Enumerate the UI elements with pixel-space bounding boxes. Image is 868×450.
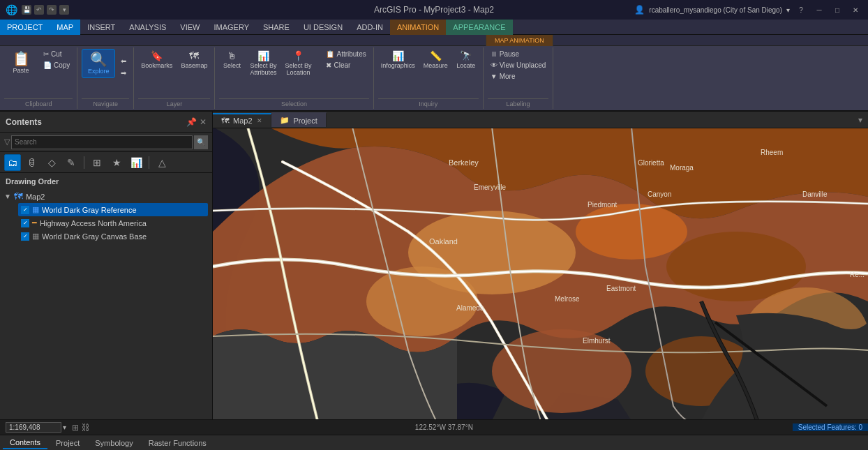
bottom-tab-raster-functions[interactable]: Raster Functions <box>142 437 214 449</box>
user-dropdown[interactable]: ▾ <box>786 6 790 14</box>
select-icon: 🖱 <box>227 51 237 61</box>
qa-dropdown[interactable]: ▾ <box>59 5 69 15</box>
scale-input[interactable] <box>6 422 61 433</box>
map2-group-name: Map2 <box>26 193 45 201</box>
filter-grid-button[interactable]: ⊞ <box>89 154 105 171</box>
layer-checkbox-1[interactable]: ✓ <box>21 206 29 214</box>
menu-imagery[interactable]: IMAGERY <box>207 20 256 35</box>
grid-icon[interactable]: ⊞ <box>72 423 79 433</box>
sidebar-header: Contents 📌 ✕ <box>0 112 212 133</box>
pause-button[interactable]: ⏸ Pause <box>488 49 549 59</box>
bookmarks-icon: 🔖 <box>151 51 163 61</box>
map2-group-header[interactable]: ▼ 🗺 Map2 <box>4 190 208 203</box>
filter-edit-button[interactable]: ✎ <box>63 154 80 171</box>
svg-text:Elmhurst: Elmhurst <box>583 337 611 345</box>
maximize-button[interactable]: □ <box>830 5 844 15</box>
locate-icon: 🔭 <box>460 51 472 61</box>
attributes-button[interactable]: 📋 Attributes <box>323 49 368 59</box>
link-icon[interactable]: ⛓ <box>82 423 90 433</box>
selection-content: 🖱 Select 📊 Select By Attributes 📍 Select… <box>219 49 368 97</box>
infographics-button[interactable]: 📊 Infographics <box>378 49 418 71</box>
title-bar-left: 🌐 💾 ↶ ↷ ▾ <box>6 4 69 15</box>
view-unplaced-button[interactable]: 👁 View Unplaced <box>488 60 549 70</box>
qa-save[interactable]: 💾 <box>22 5 31 15</box>
search-input[interactable] <box>11 135 193 149</box>
title-bar-right: 👤 rcaballero_mysandiego (City of San Die… <box>634 5 862 15</box>
map-canvas[interactable]: Berkeley Glorietta Rheem Moraga Emeryvil… <box>213 128 868 419</box>
clear-icon: ✖ <box>326 61 331 69</box>
filter-collapse-button[interactable]: △ <box>154 154 170 171</box>
ribbon-group-selection: 🖱 Select 📊 Select By Attributes 📍 Select… <box>215 47 373 109</box>
map-tabs-dropdown[interactable]: ▾ <box>853 115 868 125</box>
menu-add-in[interactable]: ADD-IN <box>350 20 390 35</box>
qa-undo[interactable]: ↶ <box>34 5 44 15</box>
paste-button[interactable]: 📋 Paste <box>4 49 38 77</box>
layer-checkbox-2[interactable]: ✓ <box>21 219 29 227</box>
measure-button[interactable]: 📏 Measure <box>421 49 451 71</box>
menu-view[interactable]: VIEW <box>173 20 207 35</box>
filter-list-button[interactable]: 🗂 <box>4 154 21 171</box>
map2-tab-close[interactable]: ✕ <box>257 117 262 124</box>
close-sidebar-icon[interactable]: ✕ <box>200 117 207 127</box>
minimize-button[interactable]: ─ <box>812 5 826 15</box>
ribbon-group-labeling: ⏸ Pause 👁 View Unplaced ▼ More Labeling <box>484 47 554 109</box>
layer-checkbox-3[interactable]: ✓ <box>21 232 29 241</box>
attr-clear-col: 📋 Attributes ✖ Clear <box>323 49 368 70</box>
scale-dropdown[interactable]: ▾ <box>63 423 66 431</box>
explore-button[interactable]: 🔍 Explore <box>82 49 115 78</box>
svg-point-2 <box>576 204 687 260</box>
menu-ui-design[interactable]: UI DESIGN <box>297 20 350 35</box>
svg-text:Melrose: Melrose <box>555 295 580 303</box>
drawing-order-label: Drawing Order <box>0 173 212 187</box>
bottom-tab-symbology[interactable]: Symbology <box>88 437 140 449</box>
layer-icon-1: ▦ <box>32 205 39 214</box>
filter-chart-button[interactable]: 📊 <box>128 154 144 171</box>
layer-item-highway-access[interactable]: ✓ ━ Highway Access North America <box>18 216 208 230</box>
cut-icon: ✂ <box>43 50 49 58</box>
menu-analysis[interactable]: ANALYSIS <box>122 20 173 35</box>
menu-insert[interactable]: INSERT <box>80 20 122 35</box>
tab-map2[interactable]: 🗺 Map2 ✕ <box>213 113 271 127</box>
pin-icon[interactable]: 📌 <box>186 117 197 127</box>
menu-map[interactable]: MAP <box>50 20 80 35</box>
layer-item-world-dark-gray-base[interactable]: ✓ ▦ World Dark Gray Canvas Base <box>18 230 208 243</box>
layer-item-world-dark-gray-ref[interactable]: ✓ ▦ World Dark Gray Reference <box>18 203 208 216</box>
select-label: Select <box>223 62 241 69</box>
menu-project[interactable]: PROJECT <box>0 20 50 35</box>
nav-back-button[interactable]: ⬅ <box>118 56 129 66</box>
nav-forward-button[interactable]: ➡ <box>118 68 129 78</box>
clear-button[interactable]: ✖ Clear <box>323 60 368 70</box>
bookmarks-button[interactable]: 🔖 Bookmarks <box>138 49 175 71</box>
svg-text:Piedmont: Piedmont <box>588 201 617 209</box>
pause-label: Pause <box>500 50 519 58</box>
search-button[interactable]: 🔍 <box>194 135 208 149</box>
help-button[interactable]: ? <box>794 5 808 15</box>
inquiry-label: Inquiry <box>378 98 479 107</box>
user-name: rcaballero_mysandiego (City of San Diego… <box>649 6 782 14</box>
tab-project[interactable]: 📁 Project <box>271 112 327 127</box>
close-button[interactable]: ✕ <box>848 5 862 15</box>
locate-button[interactable]: 🔭 Locate <box>454 49 479 71</box>
bottom-tab-contents[interactable]: Contents <box>3 437 47 449</box>
map-area: 🗺 Map2 ✕ 📁 Project ▾ <box>213 112 868 419</box>
cut-button[interactable]: ✂ Cut <box>40 49 73 59</box>
more-button[interactable]: ▼ More <box>488 71 549 82</box>
select-button[interactable]: 🖱 Select <box>219 49 244 71</box>
map-tabs: 🗺 Map2 ✕ 📁 Project ▾ <box>213 112 868 128</box>
copy-button[interactable]: 📄 Copy <box>40 60 73 70</box>
select-by-loc-icon: 📍 <box>292 51 304 61</box>
menu-appearance[interactable]: APPEARANCE <box>446 20 512 35</box>
menu-animation[interactable]: ANIMATION <box>390 20 446 35</box>
select-by-loc-button[interactable]: 📍 Select By Location <box>282 49 314 78</box>
menu-share[interactable]: SHARE <box>256 20 297 35</box>
explore-icon: 🔍 <box>90 52 107 66</box>
ribbon-content: 📋 Paste ✂ Cut 📄 Copy Clipboard <box>0 46 868 110</box>
filter-shape-button[interactable]: ◇ <box>43 154 60 171</box>
basemap-button[interactable]: 🗺 Basemap <box>178 49 210 71</box>
filter-db-button[interactable]: 🛢 <box>24 154 40 171</box>
qa-redo[interactable]: ↷ <box>47 5 57 15</box>
map2-tab-label: Map2 <box>233 117 253 125</box>
select-by-attr-button[interactable]: 📊 Select By Attributes <box>247 49 279 78</box>
filter-star-button[interactable]: ★ <box>108 154 125 171</box>
bottom-tab-project[interactable]: Project <box>49 437 87 449</box>
